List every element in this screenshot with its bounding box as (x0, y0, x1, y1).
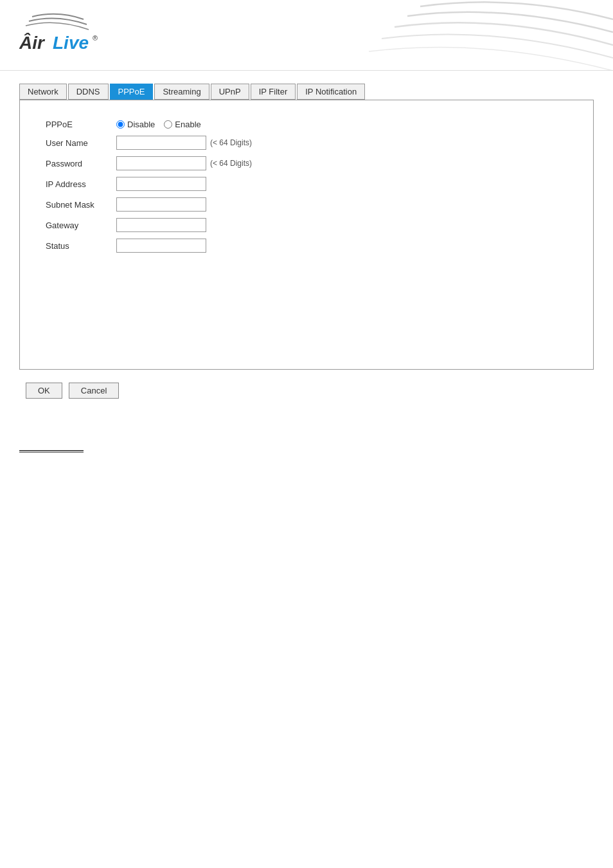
gateway-label: Gateway (46, 221, 116, 230)
subnet-mask-label: Subnet Mask (46, 200, 116, 210)
pppoe-row: PPPoE Disable Enable (46, 120, 580, 129)
enable-label: Enable (175, 120, 200, 129)
svg-text:Live: Live (53, 33, 89, 53)
status-label: Status (46, 241, 116, 251)
header-decoration (356, 0, 613, 71)
ip-address-input[interactable] (116, 177, 206, 191)
ok-button[interactable]: OK (26, 383, 62, 399)
logo: Âir Live ® (19, 12, 103, 60)
tab-upnp[interactable]: UPnP (211, 84, 249, 100)
ip-address-row: IP Address (46, 177, 580, 191)
main-content: Network DDNS PPPoE Streaming UPnP IP Fil… (0, 71, 613, 411)
subnet-mask-input[interactable] (116, 197, 206, 212)
username-hint: (< 64 Digits) (210, 138, 252, 147)
gateway-input[interactable] (116, 218, 206, 232)
subnet-mask-row: Subnet Mask (46, 197, 580, 212)
tab-ip-filter[interactable]: IP Filter (251, 84, 296, 100)
tab-ip-notification[interactable]: IP Notification (297, 84, 365, 100)
username-label: User Name (46, 138, 116, 148)
pppoe-radio-group: Disable Enable (116, 120, 201, 129)
status-row: Status (46, 239, 580, 253)
disable-label: Disable (127, 120, 155, 129)
content-panel: PPPoE Disable Enable User Name (< 64 Dig… (19, 100, 594, 370)
tab-network[interactable]: Network (19, 84, 67, 100)
svg-text:®: ® (93, 34, 98, 42)
tab-bar: Network DDNS PPPoE Streaming UPnP IP Fil… (19, 84, 594, 100)
pppoe-form: PPPoE Disable Enable User Name (< 64 Dig… (46, 120, 580, 253)
action-buttons: OK Cancel (26, 383, 594, 399)
tab-ddns[interactable]: DDNS (68, 84, 109, 100)
enable-radio[interactable] (164, 120, 172, 129)
password-hint: (< 64 Digits) (210, 159, 252, 168)
enable-radio-label[interactable]: Enable (164, 120, 200, 129)
username-row: User Name (< 64 Digits) (46, 136, 580, 150)
password-input[interactable] (116, 156, 206, 170)
username-input[interactable] (116, 136, 206, 150)
disable-radio[interactable] (116, 120, 125, 129)
password-label: Password (46, 159, 116, 168)
svg-text:Âir: Âir (19, 33, 46, 53)
header: Âir Live ® (0, 0, 613, 71)
tab-streaming[interactable]: Streaming (154, 84, 209, 100)
footer-decoration (19, 450, 84, 453)
status-input[interactable] (116, 239, 206, 253)
tab-pppoe[interactable]: PPPoE (110, 84, 154, 100)
disable-radio-label[interactable]: Disable (116, 120, 155, 129)
ip-address-label: IP Address (46, 179, 116, 189)
pppoe-label: PPPoE (46, 120, 116, 129)
cancel-button[interactable]: Cancel (69, 383, 119, 399)
gateway-row: Gateway (46, 218, 580, 232)
password-row: Password (< 64 Digits) (46, 156, 580, 170)
logo-svg: Âir Live ® (19, 12, 103, 60)
